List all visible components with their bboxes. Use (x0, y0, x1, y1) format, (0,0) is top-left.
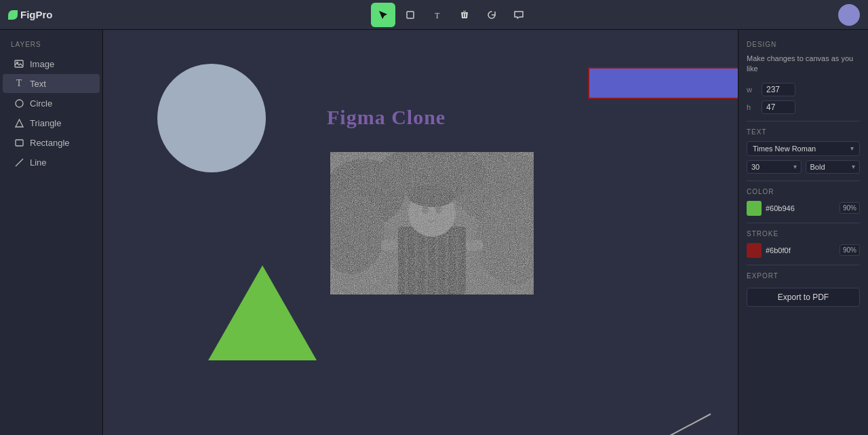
font-size-select[interactable]: 30 ▾ (747, 160, 802, 174)
canvas-image[interactable] (330, 152, 534, 295)
svg-rect-0 (407, 12, 414, 18)
svg-line-7 (16, 159, 23, 166)
divider-2 (747, 181, 860, 181)
sidebar-item-text-label: Text (30, 79, 46, 89)
sidebar-item-triangle[interactable]: Triangle (3, 113, 100, 132)
layers-label: LAYERS (0, 38, 102, 54)
divider-1 (747, 121, 860, 121)
tool-delete[interactable] (452, 3, 477, 27)
export-section-title: EXPORT (747, 272, 860, 280)
svg-rect-27 (330, 152, 534, 295)
width-input[interactable] (762, 83, 795, 96)
tool-frame[interactable] (398, 3, 422, 27)
line-icon (14, 157, 24, 168)
divider-3 (747, 223, 860, 223)
stroke-section-title: STROKE (747, 230, 860, 238)
canvas-line[interactable] (555, 413, 711, 435)
color-hex-value: #60b946 (766, 204, 835, 212)
width-row: w (747, 83, 860, 96)
text-icon: T (14, 78, 24, 89)
font-size-value: 30 (751, 163, 760, 171)
main-area: LAYERS Image T Text Circle Triangle (0, 30, 868, 435)
font-weight-value: Bold (810, 163, 825, 171)
font-style-row: 30 ▾ Bold ▾ (747, 160, 860, 174)
canvas[interactable]: Figma Clone (103, 30, 738, 435)
sidebar-item-triangle-label: Triangle (30, 118, 61, 128)
svg-marker-5 (16, 119, 23, 127)
chevron-weight-icon: ▾ (852, 163, 855, 170)
height-row: h (747, 100, 860, 114)
tool-select[interactable] (371, 3, 395, 27)
text-section-title: TEXT (747, 128, 860, 136)
divider-4 (747, 265, 860, 265)
color-swatch[interactable] (747, 201, 762, 216)
sidebar-item-circle[interactable]: Circle (3, 94, 100, 113)
color-row: #60b946 90% (747, 201, 860, 216)
height-input[interactable] (762, 100, 795, 114)
tool-comment[interactable] (507, 3, 531, 27)
color-opacity: 90% (840, 202, 860, 214)
svg-point-4 (16, 100, 23, 107)
sidebar-item-text[interactable]: T Text (3, 74, 100, 93)
font-family-select[interactable]: Times New Roman ▾ (747, 141, 860, 156)
svg-text:T: T (435, 11, 440, 20)
user-avatar[interactable] (838, 4, 860, 26)
app-name: FigPro (20, 9, 53, 20)
stroke-hex-value: #6b0f0f (766, 246, 835, 254)
toolbar: T (69, 3, 833, 27)
circle-icon (14, 98, 24, 109)
sidebar-item-circle-label: Circle (30, 98, 52, 109)
export-pdf-button[interactable]: Export to PDF (747, 288, 860, 307)
image-icon (14, 58, 24, 69)
app-logo: FigPro (8, 9, 53, 20)
canvas-image-inner (330, 152, 534, 295)
sidebar-item-line[interactable]: Line (3, 153, 100, 172)
stroke-swatch[interactable] (747, 243, 762, 258)
design-panel: DESIGN Make changes to canvas as you lik… (738, 30, 868, 435)
sidebar-item-line-label: Line (30, 157, 47, 168)
logo-leaf (8, 10, 18, 20)
tool-text[interactable]: T (425, 3, 450, 27)
design-subtitle: Make changes to canvas as you like (747, 54, 860, 75)
topbar: FigPro T (0, 0, 868, 30)
font-name-label: Times New Roman (753, 145, 816, 153)
canvas-circle[interactable] (157, 64, 266, 172)
stroke-opacity: 90% (840, 244, 860, 256)
stroke-row: #6b0f0f 90% (747, 243, 860, 258)
color-section-title: COLOR (747, 188, 860, 195)
sidebar-item-image[interactable]: Image (3, 54, 100, 73)
canvas-triangle[interactable] (208, 265, 317, 360)
chevron-down-icon: ▾ (850, 145, 854, 152)
chevron-size-icon: ▾ (793, 163, 797, 170)
photo-svg (330, 152, 534, 295)
sidebar-item-rectangle[interactable]: Rectangle (3, 133, 100, 152)
triangle-icon (14, 117, 24, 128)
canvas-rectangle[interactable] (588, 67, 738, 99)
design-title: DESIGN (747, 41, 860, 48)
tool-refresh[interactable] (479, 3, 504, 27)
sidebar: LAYERS Image T Text Circle Triangle (0, 30, 103, 435)
rectangle-icon (14, 137, 24, 148)
font-weight-select[interactable]: Bold ▾ (806, 160, 861, 174)
sidebar-item-rectangle-label: Rectangle (30, 138, 70, 148)
h-label: h (747, 103, 756, 111)
svg-rect-6 (16, 140, 23, 146)
sidebar-item-image-label: Image (30, 59, 54, 69)
w-label: w (747, 86, 756, 94)
canvas-text-element[interactable]: Figma Clone (327, 106, 446, 129)
